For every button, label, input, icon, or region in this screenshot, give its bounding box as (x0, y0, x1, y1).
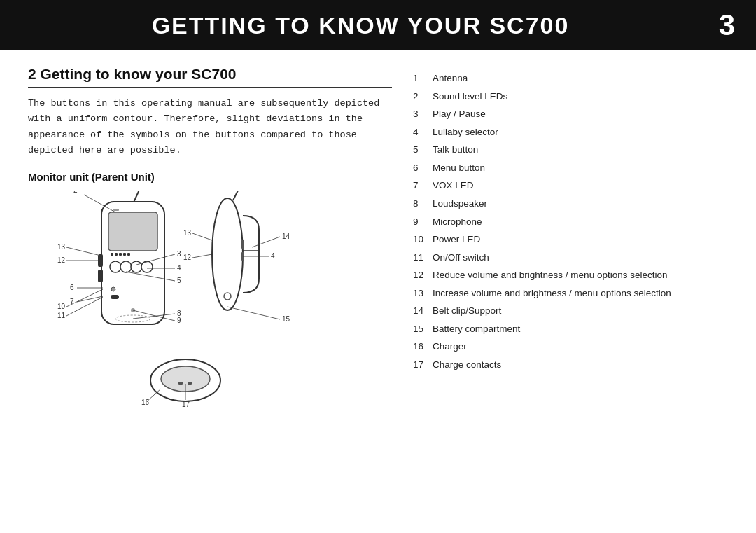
part-number: 17 (413, 358, 433, 372)
svg-line-58 (252, 237, 280, 247)
list-item: 15Battery compartment (413, 322, 693, 336)
svg-rect-10 (98, 270, 103, 282)
svg-rect-3 (108, 212, 158, 251)
list-item: 11On/Off switch (413, 251, 693, 265)
svg-line-60 (227, 307, 280, 319)
part-desc: Charge contacts (433, 358, 693, 372)
part-number: 2 (413, 90, 433, 104)
part-number: 3 (413, 107, 433, 121)
svg-rect-13 (119, 253, 122, 256)
svg-text:4: 4 (271, 252, 275, 260)
svg-line-44 (66, 247, 98, 255)
part-desc: Menu button (433, 161, 693, 175)
part-number: 4 (413, 125, 433, 139)
svg-point-51 (224, 293, 231, 300)
svg-rect-11 (111, 253, 113, 256)
list-item: 14Belt clip/Support (413, 304, 693, 318)
svg-rect-65 (188, 382, 192, 385)
list-item: 12Reduce volume and brightness / menu op… (413, 268, 693, 282)
svg-text:12: 12 (183, 254, 192, 261)
device-diagram: 1 2 3 4 5 6 (42, 191, 378, 429)
header-title: GETTING TO KNOW YOUR SC700 (0, 12, 693, 39)
svg-rect-12 (115, 253, 118, 256)
part-desc: Increase volume and brightness / menu op… (433, 286, 693, 300)
part-desc: Reduce volume and brightness / menu opti… (433, 268, 693, 282)
parts-list: 1Antenna2Sound level LEDs3Play / Pause4L… (413, 71, 693, 372)
svg-text:2: 2 (74, 191, 78, 194)
part-desc: Charger (433, 340, 693, 354)
list-item: 2Sound level LEDs (413, 90, 693, 104)
list-item: 16Charger (413, 340, 693, 354)
svg-rect-19 (111, 295, 119, 299)
part-desc: VOX LED (433, 179, 693, 193)
part-number: 11 (413, 251, 433, 265)
svg-text:3: 3 (177, 250, 181, 258)
svg-text:12: 12 (57, 256, 66, 264)
part-number: 1 (413, 71, 433, 85)
svg-rect-49 (241, 240, 244, 249)
list-item: 1Antenna (413, 71, 693, 85)
svg-text:6: 6 (70, 284, 74, 291)
svg-text:17: 17 (182, 401, 190, 408)
page-header: GETTING TO KNOW YOUR SC700 3 (0, 0, 756, 50)
part-desc: Belt clip/Support (433, 304, 693, 318)
page-number: 3 (693, 8, 735, 42)
list-item: 17Charge contacts (413, 358, 693, 372)
sub-title: Monitor unit (Parent Unit) (28, 171, 392, 183)
part-desc: Microphone (433, 215, 693, 229)
part-number: 10 (413, 233, 433, 247)
part-number: 12 (413, 268, 433, 282)
svg-text:16: 16 (141, 399, 150, 406)
list-item: 9Microphone (413, 215, 693, 229)
svg-text:15: 15 (282, 315, 290, 323)
left-column: 2 Getting to know your SC700 The buttons… (28, 66, 392, 519)
svg-text:14: 14 (282, 233, 290, 240)
part-desc: On/Off switch (433, 251, 693, 265)
right-column: 1Antenna2Sound level LEDs3Play / Pause4L… (413, 66, 693, 519)
part-number: 13 (413, 286, 433, 300)
part-desc: Sound level LEDs (433, 90, 693, 104)
main-content: 2 Getting to know your SC700 The buttons… (0, 50, 756, 533)
svg-rect-9 (98, 254, 103, 267)
svg-line-52 (192, 233, 212, 240)
svg-point-5 (110, 261, 121, 272)
svg-text:5: 5 (177, 277, 181, 284)
part-desc: Lullaby selector (433, 125, 693, 139)
list-item: 10Power LED (413, 233, 693, 247)
part-desc: Battery compartment (433, 322, 693, 336)
list-item: 8Loudspeaker (413, 197, 693, 211)
svg-point-7 (131, 261, 142, 272)
part-number: 14 (413, 304, 433, 318)
svg-point-6 (120, 261, 132, 272)
divider (28, 87, 392, 88)
part-desc: Power LED (433, 233, 693, 247)
part-desc: Play / Pause (433, 107, 693, 121)
svg-text:9: 9 (177, 317, 181, 324)
part-number: 6 (413, 161, 433, 175)
svg-rect-64 (178, 382, 183, 385)
svg-text:13: 13 (57, 243, 66, 251)
svg-text:4: 4 (177, 264, 181, 272)
part-number: 16 (413, 340, 433, 354)
list-item: 7VOX LED (413, 179, 693, 193)
svg-rect-14 (123, 253, 126, 256)
list-item: 6Menu button (413, 161, 693, 175)
section-title: 2 Getting to know your SC700 (28, 66, 392, 83)
list-item: 5Talk button (413, 143, 693, 157)
svg-rect-15 (127, 253, 130, 256)
intro-text: The buttons in this operating manual are… (28, 96, 392, 158)
part-number: 8 (413, 197, 433, 211)
diagram-area: 1 2 3 4 5 6 (28, 191, 392, 429)
part-number: 15 (413, 322, 433, 336)
list-item: 4Lullaby selector (413, 125, 693, 139)
svg-rect-4 (113, 209, 119, 211)
svg-text:13: 13 (183, 229, 192, 237)
svg-line-54 (192, 254, 212, 258)
part-desc: Talk button (433, 143, 693, 157)
part-number: 7 (413, 179, 433, 193)
list-item: 13Increase volume and brightness / menu … (413, 286, 693, 300)
svg-line-48 (233, 191, 243, 200)
list-item: 3Play / Pause (413, 107, 693, 121)
part-desc: Loudspeaker (433, 197, 693, 211)
svg-text:10: 10 (57, 303, 66, 310)
